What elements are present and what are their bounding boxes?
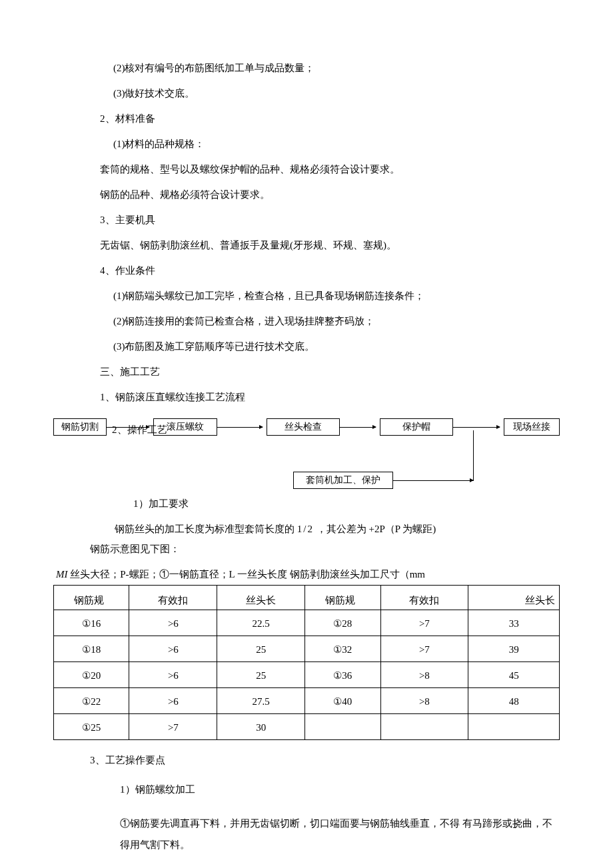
table-cell xyxy=(305,714,380,740)
table-cell: 48 xyxy=(468,688,560,714)
table-cell: ①32 xyxy=(305,636,380,662)
flow-box-cut: 钢筋切割 xyxy=(53,418,107,436)
table-cell xyxy=(468,714,560,740)
flow-diagram: 钢筋切割 滚压螺纹 丝头检查 保护帽 现场丝接 套筒机加工、保护 2、操作工艺 xyxy=(53,414,560,494)
heading: 2、材料准备 xyxy=(53,111,560,127)
table-cell: >6 xyxy=(129,688,217,714)
text: 1/2 xyxy=(297,524,314,534)
paragraph: 钢筋丝头的加工长度为标准型套筒长度的 1/2 ，其公差为 +2P（P 为螺距) xyxy=(53,521,560,537)
table-cell: ①25 xyxy=(54,714,129,740)
table-row: ①18>625①32>739 xyxy=(54,636,560,662)
table-cell: ①28 xyxy=(305,610,380,636)
heading: 三、施工工艺 xyxy=(53,364,560,380)
table-body: ①16>622.5①28>733①18>625①32>739①20>625①36… xyxy=(54,610,560,740)
paragraph: (1)材料的品种规格： xyxy=(53,136,560,152)
table-cell: ①16 xyxy=(54,610,129,636)
overlay-label: 2、操作工艺 xyxy=(112,422,167,438)
paragraph: (3)做好技术交底。 xyxy=(53,85,560,101)
table-header: 丝头长 xyxy=(217,586,305,610)
paragraph: (3)布筋图及施工穿筋顺序等已进行技术交底。 xyxy=(53,338,560,354)
table-cell: >8 xyxy=(380,688,468,714)
table-cell: 27.5 xyxy=(217,688,305,714)
table-cell: ①22 xyxy=(54,688,129,714)
table-cell: >6 xyxy=(129,662,217,688)
table-cell: 22.5 xyxy=(217,610,305,636)
table-cell xyxy=(380,714,468,740)
flow-box-site: 现场丝接 xyxy=(504,418,560,436)
table-cell: >7 xyxy=(129,714,217,740)
paragraph: (2)核对有编号的布筋图纸加工单与成品数量； xyxy=(53,60,560,76)
table-cell: 25 xyxy=(217,636,305,662)
flow-connector-h xyxy=(393,480,473,481)
text: ，其公差为 xyxy=(316,524,366,534)
table-cell: >6 xyxy=(129,610,217,636)
table-cell: ①40 xyxy=(305,688,380,714)
heading: 3、工艺操作要点 xyxy=(53,752,560,768)
table-row: ①25>730 xyxy=(54,714,560,740)
flow-box-sleeve: 套筒机加工、保护 xyxy=(293,472,393,489)
paragraph: 钢筋的品种、规格必须符合设计要求。 xyxy=(53,187,560,203)
caption-text: 丝头大径；P-螺距；①一钢筋直径；L 一丝头长度 钢筋剥肋滚丝头加工尺寸（mm xyxy=(70,569,425,580)
paragraph: ①钢筋要先调直再下料，并用无齿锯切断，切口端面要与钢筋轴线垂直，不得 有马蹄形或… xyxy=(53,813,560,855)
text: 钢筋丝头的加工长度为标准型套筒长度的 xyxy=(115,524,295,534)
table-header: 有效扣 xyxy=(380,586,468,610)
table-cell: >7 xyxy=(380,610,468,636)
table-cell: >8 xyxy=(380,662,468,688)
table-cell: 45 xyxy=(468,662,560,688)
table-row: ①22>627.5①40>848 xyxy=(54,688,560,714)
paragraph: 钢筋示意图见下图： xyxy=(53,541,560,557)
paragraph: 1）加工要求 xyxy=(53,496,560,512)
table-header: 钢筋规 xyxy=(305,586,380,610)
heading: 1、钢筋滚压直螺纹连接工艺流程 xyxy=(53,389,560,405)
dimension-table: 钢筋规 有效扣 丝头长 钢筋规 有效扣 丝头长 ①16>622.5①28>733… xyxy=(53,585,560,740)
text: +2P（P 为螺距) xyxy=(368,524,436,534)
table-header-row: 钢筋规 有效扣 丝头长 钢筋规 有效扣 丝头长 xyxy=(54,586,560,610)
table-cell: 33 xyxy=(468,610,560,636)
table-header: 丝头长 xyxy=(468,586,560,610)
paragraph: 1）钢筋螺纹加工 xyxy=(53,781,560,797)
table-header: 钢筋规 xyxy=(54,586,129,610)
flow-box-cap: 保护帽 xyxy=(380,418,453,436)
flow-box-check: 丝头检查 xyxy=(267,418,340,436)
table-row: ①16>622.5①28>733 xyxy=(54,610,560,636)
table-cell: ①36 xyxy=(305,662,380,688)
paragraph: (1)钢筋端头螺纹已加工完毕，检查合格，且已具备现场钢筋连接条件； xyxy=(53,288,560,304)
heading: 4、作业条件 xyxy=(53,262,560,278)
paragraph: 套筒的规格、型号以及螺纹保护帽的品种、规格必须符合设计要求。 xyxy=(53,161,560,177)
table-cell: 25 xyxy=(217,662,305,688)
flow-arrow xyxy=(453,427,500,428)
table-cell: ①18 xyxy=(54,636,129,662)
paragraph: (2)钢筋连接用的套筒已检查合格，进入现场挂牌整齐码放； xyxy=(53,313,560,329)
table-cell: 30 xyxy=(217,714,305,740)
table-cell: >6 xyxy=(129,636,217,662)
table-cell: >7 xyxy=(380,636,468,662)
caption-ital: MI xyxy=(56,569,70,580)
heading: 3、主要机具 xyxy=(53,212,560,228)
paragraph: 无齿锯、钢筋剥肋滚丝机、普通扳手及量规(牙形规、环规、塞规)。 xyxy=(53,237,560,253)
table-cell: ①20 xyxy=(54,662,129,688)
flow-arrow xyxy=(340,427,376,428)
flow-connector-v xyxy=(473,430,474,481)
table-cell: 39 xyxy=(468,636,560,662)
table-caption: MI 丝头大径；P-螺距；①一钢筋直径；L 一丝头长度 钢筋剥肋滚丝头加工尺寸（… xyxy=(56,566,560,582)
flow-arrow xyxy=(217,427,263,428)
table-header: 有效扣 xyxy=(129,586,217,610)
table-row: ①20>625①36>845 xyxy=(54,662,560,688)
